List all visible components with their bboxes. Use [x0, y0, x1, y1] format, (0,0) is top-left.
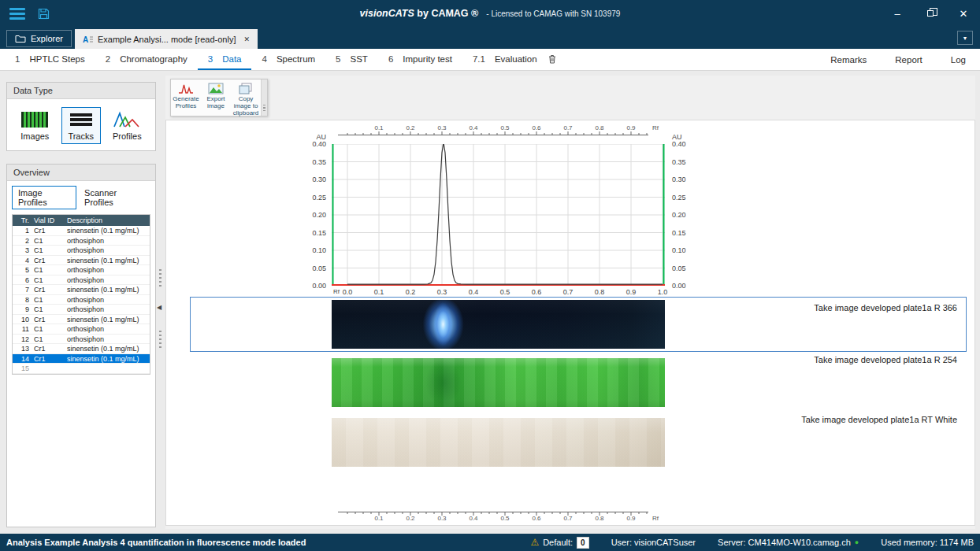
svg-text:0.4: 0.4: [469, 124, 478, 131]
axis-tick-label: 0.10: [670, 246, 701, 254]
axis-tick-label: 0.20: [297, 211, 329, 219]
svg-text:0.8: 0.8: [595, 124, 604, 131]
axis-tick-label: 0.35: [670, 158, 701, 166]
right-au-axis: AU0.000.050.100.150.200.250.300.350.40: [670, 120, 701, 309]
axis-tick-label: 0.3: [432, 288, 451, 296]
table-row[interactable]: 4Cr1sinensetin (0.1 mg/mL): [13, 256, 150, 266]
step-list: 1HPTLC Steps2Chromatography3Data4Spectru…: [5, 49, 566, 70]
minimize-button[interactable]: –: [881, 0, 914, 27]
step-links: RemarksReportLog: [816, 49, 980, 70]
svg-text:0.7: 0.7: [563, 515, 573, 522]
delete-evaluation-icon[interactable]: [548, 54, 556, 64]
collapse-arrow-icon[interactable]: ◀: [157, 304, 161, 311]
close-tab-icon[interactable]: ✕: [243, 35, 250, 43]
step-hptlc-steps[interactable]: 1HPTLC Steps: [5, 49, 95, 70]
sidebar-splitter[interactable]: ◀: [156, 71, 165, 534]
svg-text:Rf: Rf: [652, 124, 659, 131]
table-row[interactable]: 1Cr1sinensetin (0.1 mg/mL): [13, 226, 150, 236]
axis-tick-label: 0.15: [670, 229, 701, 237]
table-row[interactable]: 6C1orthosiphon: [13, 276, 150, 286]
step-data[interactable]: 3Data: [198, 49, 252, 70]
axis-tick-label: 0.35: [297, 158, 329, 166]
axis-tick-label: 0.9: [622, 288, 640, 296]
toolbar-export-image-button[interactable]: Export image: [201, 80, 231, 116]
save-icon: [38, 8, 50, 20]
table-row[interactable]: 3C1orthosiphon: [13, 246, 150, 256]
splitter-grip[interactable]: [159, 269, 161, 287]
svg-text:0.5: 0.5: [500, 124, 510, 131]
axis-tick-label: 0.00: [670, 282, 701, 290]
svg-text:0.2: 0.2: [406, 124, 415, 131]
step-nav: 1HPTLC Steps2Chromatography3Data4Spectru…: [0, 49, 980, 71]
profile-toolbar: Generate ProfilesExport imageCopy image …: [170, 79, 268, 116]
link-remarks[interactable]: Remarks: [816, 49, 881, 70]
svg-text:0.1: 0.1: [374, 124, 384, 131]
axis-tick-label: 0.20: [670, 211, 701, 219]
table-row[interactable]: 5C1orthosiphon: [13, 265, 150, 276]
hamburger-menu-icon[interactable]: [9, 8, 25, 20]
data-type-images[interactable]: Images: [15, 107, 54, 144]
column-header: Tr.: [13, 215, 32, 226]
panel-title: Overview: [7, 165, 155, 181]
link-log[interactable]: Log: [937, 49, 980, 70]
step-evaluation[interactable]: 7.1Evaluation: [462, 49, 566, 70]
table-row[interactable]: 2C1orthosiphon: [13, 236, 150, 246]
pin-icon[interactable]: ▼: [957, 31, 973, 45]
axis-tick-label: 0.15: [297, 229, 329, 237]
table-row[interactable]: 11C1orthosiphon: [13, 324, 150, 335]
overview-tabs: Image ProfilesScanner Profiles: [12, 186, 150, 209]
panel-title: Data Type: [7, 83, 155, 99]
window-title: visionCATS by CAMAG ®- Licensed to CAMAG…: [0, 8, 980, 19]
track-image-r254[interactable]: [332, 358, 665, 407]
axis-tick-label: 0.2: [401, 288, 420, 296]
statusbar: Analysis Example Analysis 4 quantificati…: [0, 534, 980, 551]
content-area: Data Type ImagesTracksProfiles Overview …: [0, 71, 980, 534]
toolbar-copy-image-button[interactable]: Copy image to clipboard: [231, 80, 261, 116]
generate-profiles-icon: [178, 83, 194, 94]
default-label: Default:: [543, 538, 573, 547]
image-label-rt-white: Take image developed plate1a RT White: [801, 415, 957, 424]
track-image-rt-white[interactable]: [332, 418, 665, 467]
axis-tick-label: 0.5: [496, 288, 514, 296]
axis-tick-label: 0.00: [297, 282, 329, 290]
step-spectrum[interactable]: 4Spectrum: [251, 49, 325, 70]
tab-explorer[interactable]: Explorer: [6, 30, 72, 47]
splitter-grip[interactable]: [159, 331, 161, 348]
table-row[interactable]: 9C1orthosiphon: [13, 305, 150, 315]
table-row[interactable]: 14Cr1sinensetin (0.1 mg/mL): [13, 354, 150, 364]
table-row[interactable]: 10Cr1sinensetin (0.1 mg/mL): [13, 315, 150, 325]
step-impurity-test[interactable]: 6Impurity test: [378, 49, 462, 70]
link-report[interactable]: Report: [881, 49, 937, 70]
tab-analysis-document[interactable]: A Example Analysi... mode [read-only] ✕: [75, 29, 258, 49]
save-button[interactable]: [38, 8, 50, 20]
analysis-doc-icon: A: [83, 35, 93, 44]
tab-label: Explorer: [31, 34, 63, 43]
table-row[interactable]: 15: [13, 364, 150, 374]
main-panel: Generate ProfilesExport imageCopy image …: [165, 76, 975, 529]
export-image-icon: [208, 83, 224, 94]
table-row[interactable]: 7Cr1sinensetin (0.1 mg/mL): [13, 285, 150, 295]
window-controls: – ✕: [881, 0, 980, 27]
data-type-tracks[interactable]: Tracks: [61, 107, 101, 144]
svg-text:A: A: [83, 35, 88, 44]
tabbar: Explorer A Example Analysi... mode [read…: [0, 27, 980, 49]
svg-text:0.7: 0.7: [563, 124, 573, 131]
table-row[interactable]: 12C1orthosiphon: [13, 335, 150, 345]
table-row[interactable]: 8C1orthosiphon: [13, 295, 150, 305]
close-button[interactable]: ✕: [947, 0, 980, 27]
images-icon: [20, 110, 49, 129]
step-chromatography[interactable]: 2Chromatography: [95, 49, 198, 70]
license-text: - Licensed to CAMAG with SN 103979: [486, 9, 620, 18]
data-type-profiles[interactable]: Profiles: [107, 107, 147, 144]
toolbar-generate-profiles-button[interactable]: Generate Profiles: [171, 80, 201, 116]
toolbar-overflow-handle[interactable]: [261, 80, 267, 116]
tab-scanner-profiles[interactable]: Scanner Profiles: [78, 186, 150, 209]
tab-image-profiles[interactable]: Image Profiles: [12, 186, 76, 209]
track-image-r366[interactable]: [332, 300, 665, 349]
table-row[interactable]: 13Cr1sinensetin (0.1 mg/mL): [13, 344, 150, 354]
titlebar: visionCATS by CAMAG ®- Licensed to CAMAG…: [0, 0, 980, 27]
maximize-button[interactable]: [914, 0, 947, 27]
svg-text:0.2: 0.2: [406, 515, 415, 522]
step-sst[interactable]: 5SST: [325, 49, 378, 70]
folder-icon: [15, 35, 26, 43]
